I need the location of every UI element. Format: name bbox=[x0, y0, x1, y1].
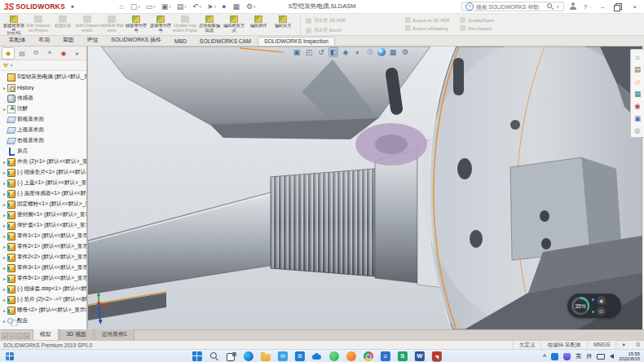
document-tab[interactable]: 模型 bbox=[33, 329, 59, 340]
export-menu-item[interactable]: Export to 3D PDF bbox=[405, 17, 450, 23]
view-settings-icon[interactable]: ⚙ bbox=[400, 47, 410, 57]
mail-icon[interactable] bbox=[278, 351, 288, 361]
expand-arrow-icon[interactable]: ▸ bbox=[2, 276, 7, 281]
tree-item[interactable]: 右视基准面 bbox=[0, 135, 86, 146]
expand-arrow-icon[interactable]: ▸ bbox=[2, 265, 7, 271]
clock[interactable]: 15:55 2022/8/15 bbox=[619, 351, 640, 362]
ribbon-button[interactable]: Update Inspection Project bbox=[173, 15, 197, 35]
expand-arrow-icon[interactable]: ▸ bbox=[2, 244, 7, 249]
recorder-camera-button[interactable]: ◉ bbox=[597, 296, 606, 305]
tree-item[interactable]: ▸ (-) 绝缘套.step<1> (默认<<默认> bbox=[0, 284, 86, 294]
chrome-icon[interactable] bbox=[364, 351, 373, 361]
doc-tab-nav-button[interactable]: » bbox=[24, 333, 30, 339]
undo-icon[interactable]: ↶▾ bbox=[192, 3, 201, 11]
tree-item[interactable]: ▸ 零件1<1> (默认<<默认>_显示状态 bbox=[0, 231, 86, 241]
expand-arrow-icon[interactable]: ▸ bbox=[2, 286, 7, 292]
solidworks-logo[interactable]: 3S SOLIDWORKS bbox=[0, 0, 69, 13]
design-library-icon[interactable]: ▤ bbox=[633, 64, 642, 73]
tree-item[interactable]: ▸ (-) 垫片 (2)<2> ->? (默认<<默认> bbox=[0, 294, 86, 305]
custom-properties-icon[interactable]: ▣ bbox=[633, 113, 642, 122]
file-explorer-icon[interactable] bbox=[261, 354, 271, 361]
widgets-icon[interactable] bbox=[6, 352, 14, 360]
export-menu-item[interactable]: Net-Inspect bbox=[460, 25, 494, 31]
ribbon-tab[interactable]: 布局 bbox=[32, 34, 56, 46]
new-document-icon[interactable]: ▢▾ bbox=[130, 3, 140, 11]
display-settings-icon[interactable]: ▦ bbox=[232, 3, 240, 11]
ribbon-button[interactable]: Edit Inspection Project bbox=[26, 15, 51, 35]
tree-item[interactable]: ▸ 保护套<1> (默认<<默认>_显示状 bbox=[0, 220, 86, 231]
feature-filter[interactable]: ▾ bbox=[0, 60, 86, 71]
ribbon-tab[interactable]: SOLIDWORKS CAM bbox=[193, 37, 258, 46]
edit-appearance-icon[interactable]: ● bbox=[377, 48, 386, 56]
open-icon[interactable]: ▭▾ bbox=[146, 3, 156, 11]
configurationmanager-tab-icon[interactable]: ⧉ bbox=[29, 47, 42, 60]
tree-item[interactable]: ▸ 零件2<1> (默认<<默认>_显示状态 bbox=[0, 241, 86, 252]
expand-arrow-icon[interactable]: ▸ bbox=[2, 297, 7, 302]
doc-tab-nav-button[interactable]: › bbox=[16, 333, 23, 339]
export-menu-item[interactable]: QualityXpert bbox=[460, 17, 494, 23]
tree-item[interactable]: ▸ 配合 bbox=[0, 316, 86, 326]
speaker-icon[interactable] bbox=[610, 354, 614, 359]
view-palette-icon[interactable]: ▦ bbox=[633, 89, 642, 98]
status-gear-icon[interactable]: ⚙ bbox=[636, 342, 641, 348]
section-view-icon[interactable]: ◧ bbox=[329, 47, 338, 57]
appearances-scenes-icon[interactable]: ◉ bbox=[633, 101, 642, 110]
hide-show-items-icon[interactable]: ☉ bbox=[365, 47, 375, 57]
expand-arrow-icon[interactable]: ▸ bbox=[2, 233, 7, 239]
ribbon-tab[interactable]: 评估 bbox=[81, 34, 105, 46]
ribbon-button[interactable]: Add Characteristic bbox=[75, 15, 99, 35]
tree-item[interactable]: ▸ 固定螺栓<1> (默认<<默认>_显示状 bbox=[0, 199, 86, 210]
export-menu-item[interactable]: 导出至 2D PDF bbox=[306, 17, 395, 24]
ribbon-button[interactable]: 编辑检查方式 bbox=[222, 15, 246, 35]
ribbon-button[interactable]: 新建检查项目 (imp;纬) bbox=[2, 15, 26, 35]
export-menu-item[interactable]: 导出至 Excel bbox=[306, 27, 395, 34]
zoom-area-icon[interactable]: ◰ bbox=[304, 47, 314, 57]
expand-arrow-icon[interactable]: ▸ bbox=[2, 201, 7, 207]
ribbon-button[interactable]: 编辑操作 bbox=[246, 15, 271, 35]
ribbon-tab[interactable]: SOLIDWORKS Inspection bbox=[258, 37, 335, 46]
onedrive-tray-icon[interactable] bbox=[551, 353, 558, 360]
display-tray-icon[interactable] bbox=[597, 354, 605, 360]
screen-recorder-overlay[interactable]: 35% ◉ ⊙ bbox=[567, 294, 621, 318]
ribbon-tab[interactable]: SOLIDWORKS 插件 bbox=[104, 34, 168, 46]
display-style-icon[interactable]: ◐ bbox=[353, 47, 363, 57]
propertymanager-tab-icon[interactable]: ▤ bbox=[15, 47, 29, 60]
tree-item[interactable]: 上视基准面 bbox=[0, 125, 86, 135]
expand-arrow-icon[interactable]: ▸ bbox=[2, 170, 7, 175]
tree-item[interactable]: ▸ (-) 温度传感器<1> (默认<<默认>_显 bbox=[0, 188, 86, 199]
tree-item[interactable]: ▸ (-) 绝缘垫片<1> (默认<<默认>_显 bbox=[0, 167, 86, 178]
ribbon-button[interactable]: 移除零件序号 bbox=[124, 15, 148, 35]
ribbon-tab[interactable]: 装配体 bbox=[2, 34, 32, 46]
tree-item[interactable]: ▸ 零件3<1> (默认<<默认>_显示状态 bbox=[0, 263, 86, 273]
dimxpertmanager-tab-icon[interactable]: ⌖ bbox=[43, 47, 56, 60]
ime-language-indicator[interactable]: 英 bbox=[576, 352, 581, 360]
home-icon[interactable]: ⌂ bbox=[119, 3, 124, 11]
minimize-button[interactable]: – bbox=[598, 2, 608, 12]
expand-arrow-icon[interactable]: ▸ bbox=[2, 254, 7, 260]
tree-item[interactable]: ▸ 注解 bbox=[0, 104, 86, 114]
status-item[interactable]: 欠定义 bbox=[513, 342, 541, 349]
doc-tab-nav-button[interactable]: ‹ bbox=[9, 333, 15, 339]
tray-chevron-icon[interactable]: ^ bbox=[543, 354, 546, 360]
file-explorer-icon[interactable]: ▱ bbox=[633, 77, 642, 86]
restore-button[interactable] bbox=[615, 3, 622, 10]
zoom-fit-icon[interactable]: ▣ bbox=[292, 47, 302, 57]
expand-arrow-icon[interactable]: ▸ bbox=[2, 159, 7, 165]
tree-item[interactable]: 前视基准面 bbox=[0, 114, 86, 125]
expand-arrow-icon[interactable]: ▸ bbox=[2, 180, 7, 186]
user-account-icon[interactable] bbox=[569, 2, 577, 11]
wechat-icon[interactable] bbox=[329, 351, 339, 361]
status-item[interactable]: ▾ bbox=[615, 342, 630, 349]
close-button[interactable]: × bbox=[629, 2, 640, 12]
menu-expand-icon[interactable]: ▸ bbox=[72, 3, 75, 10]
apply-scene-icon[interactable]: ▦ bbox=[388, 47, 398, 57]
view-orientation-icon[interactable]: ◈ bbox=[341, 47, 351, 57]
ribbon-button[interactable]: 选择零件序号 bbox=[148, 15, 173, 35]
solidworks-resources-icon[interactable]: ⌂ bbox=[633, 52, 642, 61]
tree-item[interactable]: 原点 bbox=[0, 146, 86, 157]
tree-item[interactable]: ▸ (-) 上盖<1> (默认<<默认>_显示状 bbox=[0, 178, 86, 188]
ribbon-tab[interactable]: MBD bbox=[168, 37, 193, 46]
doc-tab-nav-button[interactable]: « bbox=[2, 333, 8, 339]
tab-overflow-icon[interactable]: ▸ bbox=[71, 47, 84, 60]
security-shield-icon[interactable] bbox=[563, 353, 571, 360]
